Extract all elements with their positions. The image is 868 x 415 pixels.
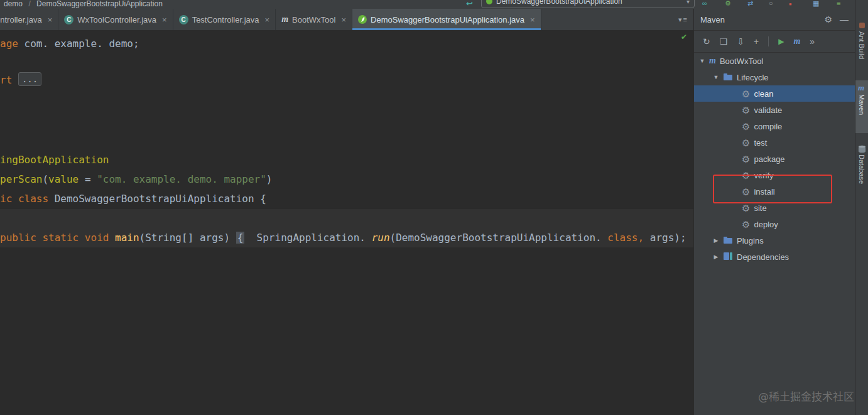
goal-gear-icon: ⚙ xyxy=(742,105,750,115)
folded-imports[interactable]: ... xyxy=(18,72,41,86)
run-icon[interactable]: ▶ xyxy=(778,37,784,46)
maven-project-icon: m xyxy=(709,56,716,66)
profiler-icon[interactable]: ○ xyxy=(769,0,773,7)
collapse-icon[interactable]: ▼ xyxy=(699,58,705,64)
code-line: ic class DemoSwaggerBootstrapUiApplicati… xyxy=(0,190,266,208)
maven-button[interactable]: Maven xyxy=(858,94,865,115)
goal-label: verify xyxy=(754,171,773,180)
run-config-select[interactable]: DemoSwaggerBootstrapUiApplication ▾ xyxy=(481,0,695,8)
maven-goal-compile[interactable]: ⚙ compile xyxy=(694,118,855,134)
maven-goal-package[interactable]: ⚙ package xyxy=(694,151,855,167)
goal-gear-icon: ⚙ xyxy=(742,203,750,213)
tab-demoswaggerbootstrapuiapplication-java[interactable]: DemoSwaggerBootstrapUiApplication.java × xyxy=(352,9,541,30)
structure-view-icon[interactable]: ≡ xyxy=(837,0,840,7)
breadcrumb: demo / DemoSwaggerBootstrapUiApplication xyxy=(4,0,166,8)
class-icon: C xyxy=(64,15,73,24)
tabs-list-button[interactable]: ▾ ≡ xyxy=(678,9,693,30)
code-line: ingBootApplication xyxy=(0,151,109,169)
spring-boot-icon xyxy=(358,15,367,24)
stop-icon[interactable]: ▪ xyxy=(789,0,792,9)
tree-node-project[interactable]: ▼ m BootWxTool xyxy=(694,53,855,69)
collapse-icon[interactable]: ▼ xyxy=(713,74,719,80)
goal-label: validate xyxy=(754,105,782,115)
goal-label: package xyxy=(754,154,784,164)
maven-title: Maven xyxy=(700,15,816,24)
code-line: perScan(value = "com. example. demo. map… xyxy=(0,171,273,188)
editor-tabs: ontroller.java × C WxToolController.java… xyxy=(0,9,693,30)
code-with-me-icon[interactable]: ∞ xyxy=(702,0,707,7)
tree-node-plugins[interactable]: ▶ Plugins xyxy=(694,232,855,249)
plugins-label: Plugins xyxy=(737,236,764,245)
back-arrow-icon[interactable]: ↩ xyxy=(466,0,473,8)
breadcrumb-separator: / xyxy=(28,0,30,8)
maven-goal-install[interactable]: ⚙ install xyxy=(694,183,855,200)
maven-goal-deploy[interactable]: ⚙ deploy xyxy=(694,216,855,232)
tab-controller-java[interactable]: ontroller.java × xyxy=(0,9,58,30)
breadcrumb-file[interactable]: DemoSwaggerBootstrapUiApplication xyxy=(36,0,163,8)
close-icon[interactable]: × xyxy=(162,15,167,24)
download-sources-icon[interactable]: ⇩ xyxy=(737,36,744,46)
gear-icon[interactable]: ⚙ xyxy=(824,14,832,24)
minimize-icon[interactable]: — xyxy=(840,14,849,24)
goal-gear-icon: ⚙ xyxy=(742,171,750,180)
inspections-status-icon[interactable]: ✔ xyxy=(681,33,687,41)
goal-gear-icon: ⚙ xyxy=(742,154,750,164)
expand-icon[interactable]: ▶ xyxy=(713,254,719,260)
ant-build-button[interactable]: Ant Build xyxy=(858,31,865,59)
tool-windows-icon[interactable]: ▦ xyxy=(813,0,819,8)
lifecycle-label: Lifecycle xyxy=(737,73,769,82)
maven-goal-site[interactable]: ⚙ site xyxy=(694,200,855,216)
spring-boot-icon xyxy=(486,0,492,4)
tab-wxtoolcontroller-java[interactable]: C WxToolController.java × xyxy=(58,9,173,30)
toolbar-separator xyxy=(768,36,769,46)
execute-goal-icon[interactable]: m xyxy=(793,36,800,46)
goal-gear-icon: ⚙ xyxy=(742,187,750,197)
maven-goal-clean[interactable]: ⚙ clean xyxy=(694,85,855,102)
watermark: @稀土掘金技术社区 xyxy=(758,388,854,404)
dependencies-icon xyxy=(723,252,733,262)
generate-sources-icon[interactable]: ❏ xyxy=(720,36,728,46)
tab-testcontroller-java[interactable]: C TestController.java × xyxy=(173,9,276,30)
database-button[interactable]: Database xyxy=(858,154,865,184)
tabs-list-icon: ≡ xyxy=(683,16,687,23)
close-icon[interactable]: × xyxy=(265,15,270,24)
tab-label: WxToolController.java xyxy=(77,15,156,24)
refresh-icon[interactable]: ↻ xyxy=(703,36,710,46)
settings-sync-icon[interactable]: ⚙ xyxy=(725,0,731,8)
main-toolbar: demo / DemoSwaggerBootstrapUiApplication… xyxy=(0,0,868,9)
tree-node-lifecycle[interactable]: ▼ Lifecycle xyxy=(694,69,855,85)
chevron-down-icon: ▾ xyxy=(686,0,690,5)
maven-goal-test[interactable]: ⚙ test xyxy=(694,134,855,151)
maven-goal-verify[interactable]: ⚙ verify xyxy=(694,167,855,183)
tab-label: BootWxTool xyxy=(292,15,335,24)
goal-gear-icon: ⚙ xyxy=(742,220,750,229)
goal-gear-icon: ⚙ xyxy=(742,138,750,148)
ant-icon xyxy=(859,23,865,28)
goal-gear-icon: ⚙ xyxy=(742,122,750,131)
tab-bootwxtool[interactable]: m BootWxTool × xyxy=(276,9,352,30)
code-line: age com. example. demo; xyxy=(0,35,139,53)
goal-label: compile xyxy=(754,122,782,131)
maven-tree: ▼ m BootWxTool ▼ Lifecycle ⚙ clean ⚙ val… xyxy=(694,53,855,265)
goal-label: site xyxy=(754,203,766,213)
goal-label: test xyxy=(754,138,767,148)
maven-icon: m xyxy=(281,14,288,24)
goal-label: clean xyxy=(754,89,773,99)
tree-node-dependencies[interactable]: ▶ Dependencies xyxy=(694,249,855,265)
goal-label: install xyxy=(754,187,774,197)
maven-goal-validate[interactable]: ⚙ validate xyxy=(694,102,855,118)
tab-label: DemoSwaggerBootstrapUiApplication.java xyxy=(371,15,524,24)
expand-icon[interactable]: ▶ xyxy=(713,237,719,244)
more-icon[interactable]: » xyxy=(810,36,815,46)
goal-label: deploy xyxy=(754,220,778,229)
tool-window-bar: Ant Build m Maven Database xyxy=(855,0,868,415)
vcs-update-icon[interactable]: ⇄ xyxy=(747,0,753,8)
maven-m-icon: m xyxy=(858,83,864,93)
add-icon[interactable]: + xyxy=(754,36,759,46)
breadcrumb-project[interactable]: demo xyxy=(4,0,23,8)
close-icon[interactable]: × xyxy=(341,15,346,24)
close-icon[interactable]: × xyxy=(530,15,535,24)
close-icon[interactable]: × xyxy=(48,15,53,24)
code-line: rt ... xyxy=(0,72,41,89)
code-editor[interactable]: age com. example. demo; rt ... ingBootAp… xyxy=(0,30,693,415)
